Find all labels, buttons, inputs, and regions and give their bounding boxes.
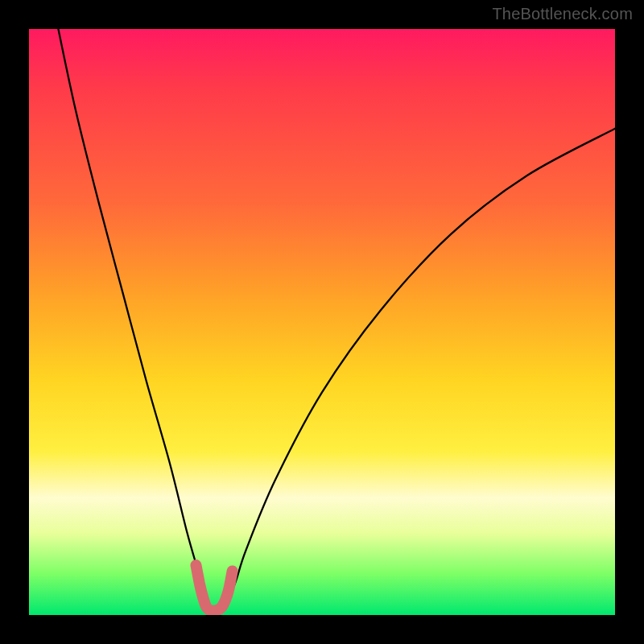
highlight-segment [196,565,232,611]
watermark-text: TheBottleneck.com [492,5,633,23]
chart-frame [0,0,644,644]
bottleneck-curve-svg [29,29,615,615]
bottleneck-curve [58,29,615,610]
plot-area [29,29,615,615]
